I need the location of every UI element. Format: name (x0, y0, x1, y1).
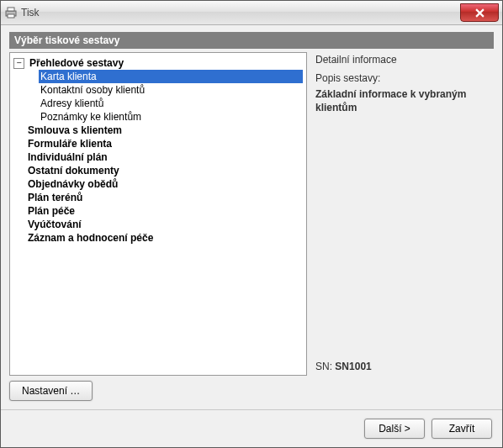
tree-node-label: Adresy klientů (39, 98, 105, 109)
expander-spacer (13, 153, 23, 162)
tree-leaf[interactable]: Kontaktní osoby klientů (39, 83, 303, 97)
tree-node-label: Karta klienta (39, 71, 98, 82)
footer: Další > Zavřít (1, 409, 502, 447)
expander-spacer (13, 220, 23, 229)
tree-node-label: Vyúčtování (26, 219, 83, 230)
tree-leaf[interactable]: Poznámky ke klientům (39, 110, 303, 124)
tree-node-label: Formuláře klienta (26, 138, 114, 150)
panels: −Přehledové sestavyKarta klientaKontaktn… (9, 52, 494, 376)
titlebar: Tisk (1, 1, 502, 25)
tree-node-label: Plán terénů (26, 192, 84, 203)
tree-branch[interactable]: −Přehledové sestavy (13, 56, 303, 70)
tree-node-label: Plán péče (26, 205, 77, 217)
tree-branch[interactable]: Vyúčtování (13, 218, 303, 231)
printer-icon (4, 6, 18, 19)
tree-branch[interactable]: Záznam a hodnocení péče (13, 231, 303, 245)
report-tree[interactable]: −Přehledové sestavyKarta klientaKontaktn… (10, 56, 306, 245)
tree-node-label: Přehledové sestavy (28, 57, 125, 69)
expander-spacer (13, 166, 23, 176)
tree-branch[interactable]: Individuální plán (13, 150, 303, 164)
settings-row: Nastavení … (9, 381, 494, 401)
close-icon (475, 8, 484, 18)
detail-panel: Detailní informace Popis sestavy: Základ… (312, 52, 494, 376)
section-header: Výběr tiskové sestavy (9, 32, 494, 49)
tree-leaf[interactable]: Adresy klientů (39, 97, 303, 110)
expander-spacer (13, 234, 23, 243)
tree-branch[interactable]: Objednávky obědů (13, 177, 303, 191)
detail-caption: Popis sestavy: (312, 72, 494, 87)
settings-button[interactable]: Nastavení … (9, 381, 93, 401)
collapse-icon[interactable]: − (13, 58, 24, 69)
expander-spacer (13, 126, 23, 135)
svg-rect-1 (8, 8, 14, 11)
next-button[interactable]: Další > (364, 419, 425, 439)
tree-panel: −Přehledové sestavyKarta klientaKontaktn… (9, 52, 307, 376)
content-area: Výběr tiskové sestavy −Přehledové sestav… (1, 25, 502, 409)
tree-branch[interactable]: Ostatní dokumenty (13, 164, 303, 177)
window-title: Tisk (21, 7, 40, 18)
tree-node-label: Ostatní dokumenty (26, 165, 121, 177)
sn-value: SN1001 (335, 361, 371, 372)
tree-node-label: Objednávky obědů (26, 178, 119, 190)
tree-node-label: Individuální plán (26, 151, 109, 163)
expander-spacer (13, 207, 23, 216)
detail-description: Základní informace k vybraným klientům (312, 87, 494, 114)
close-button[interactable] (460, 3, 499, 22)
close-dialog-button[interactable]: Zavřít (432, 419, 492, 439)
expander-spacer (13, 140, 23, 149)
tree-node-label: Smlouva s klientem (26, 124, 124, 136)
svg-rect-2 (8, 14, 14, 18)
tree-branch[interactable]: Smlouva s klientem (13, 124, 303, 137)
tree-branch[interactable]: Plán péče (13, 204, 303, 218)
dialog-window: Tisk Výběr tiskové sestavy −Přehledové s… (0, 0, 503, 448)
expander-spacer (13, 180, 23, 189)
tree-node-label: Kontaktní osoby klientů (39, 84, 146, 96)
detail-title: Detailní informace (312, 52, 494, 72)
tree-node-label: Poznámky ke klientům (39, 111, 143, 123)
tree-node-label: Záznam a hodnocení péče (26, 232, 155, 244)
expander-spacer (13, 193, 23, 203)
tree-branch[interactable]: Formuláře klienta (13, 137, 303, 150)
sn-line: SN: SN1001 (315, 361, 372, 372)
tree-leaf[interactable]: Karta klienta (39, 70, 303, 83)
sn-label: SN: (315, 361, 332, 372)
tree-branch[interactable]: Plán terénů (13, 191, 303, 204)
